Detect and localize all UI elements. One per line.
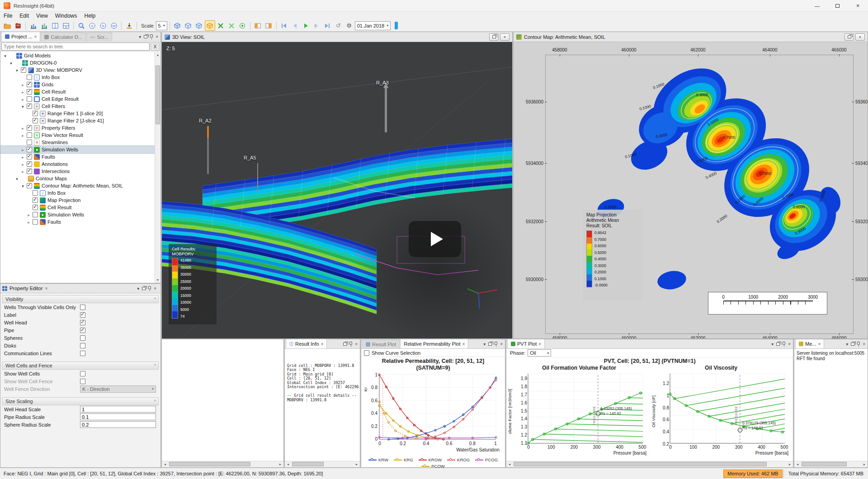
property-checkbox[interactable]: [80, 379, 85, 384]
clear-search-button[interactable]: X: [151, 42, 160, 51]
phase-select[interactable]: Oil▾: [528, 349, 551, 357]
scroll-thumb[interactable]: [292, 462, 324, 466]
horizontal-scrollbar[interactable]: ◄ ►: [162, 461, 283, 467]
property-input[interactable]: [80, 421, 156, 428]
scroll-right-icon[interactable]: ►: [861, 461, 868, 467]
tree-item[interactable]: Info Box: [0, 74, 155, 81]
visibility-checkbox[interactable]: [27, 75, 32, 80]
visibility-checkbox[interactable]: [27, 103, 32, 109]
new-summary-plot-button[interactable]: [39, 20, 49, 31]
new-plot-window-button[interactable]: [28, 20, 38, 31]
fvf-plot[interactable]: Oil Formation Volume Factor 1.91.81.71.6…: [510, 365, 648, 457]
visibility-checkbox[interactable]: [33, 212, 38, 217]
scroll-right-icon[interactable]: ►: [787, 461, 793, 467]
tree-item[interactable]: Faults: [0, 153, 155, 160]
visibility-checkbox[interactable]: [27, 140, 32, 145]
visibility-checkbox[interactable]: [33, 197, 38, 203]
tab-close-icon[interactable]: ×: [538, 342, 541, 347]
perspective-view-button[interactable]: [172, 20, 183, 31]
visibility-checkbox[interactable]: [27, 183, 32, 188]
visibility-checkbox[interactable]: [27, 169, 32, 174]
step-forward-button[interactable]: [311, 20, 322, 31]
expand-arrow-icon[interactable]: [20, 125, 26, 131]
dock-right-button[interactable]: [264, 20, 274, 31]
import-case-button[interactable]: [13, 20, 23, 31]
horizontal-scrollbar[interactable]: ◄ ►: [794, 461, 868, 467]
float-panel-icon[interactable]: [776, 343, 780, 346]
collapse-chevron-icon[interactable]: ^: [154, 363, 156, 368]
well-allocation-button[interactable]: [237, 20, 248, 31]
visibility-checkbox[interactable]: [33, 219, 38, 225]
expand-arrow-icon[interactable]: [2, 53, 8, 58]
property-input[interactable]: [80, 406, 156, 413]
expand-arrow-icon[interactable]: [20, 169, 26, 174]
tree-item[interactable]: Annotations: [0, 160, 155, 168]
contour-map-view[interactable]: 458000460000462000464000466000 458000460…: [514, 42, 868, 338]
visibility-checkbox[interactable]: [33, 205, 38, 210]
tab-project-tree[interactable]: Project ...×: [1, 32, 40, 41]
collapse-chevron-icon[interactable]: ^: [154, 399, 156, 404]
tree-item[interactable]: Contour Maps: [0, 175, 155, 182]
tree-item[interactable]: Faults: [0, 218, 155, 225]
expand-arrow-icon[interactable]: [20, 161, 26, 167]
float-panel-icon[interactable]: [343, 343, 347, 346]
tree-item[interactable]: Cell Filters: [0, 103, 155, 110]
scale-select[interactable]: 5▾: [156, 21, 167, 30]
tree-item[interactable]: Map Projection: [0, 197, 155, 204]
property-select[interactable]: K - Direction▾: [80, 385, 156, 393]
collapse-chevron-icon[interactable]: ^: [154, 297, 156, 301]
panel-menu-icon[interactable]: ▾: [771, 342, 774, 347]
open-project-button[interactable]: [2, 20, 12, 31]
tree-item[interactable]: Property Filters: [0, 124, 155, 131]
animation-settings-button[interactable]: ⚙: [344, 20, 354, 31]
scroll-thumb[interactable]: [169, 462, 250, 466]
scroll-left-icon[interactable]: ◄: [285, 461, 291, 467]
visibility-checkbox[interactable]: [27, 154, 32, 160]
close-panel-icon[interactable]: ×: [863, 342, 865, 347]
tab-result-plot[interactable]: Result Plot: [362, 340, 400, 348]
video-play-button[interactable]: [409, 221, 461, 257]
menu-item[interactable]: Windows: [52, 12, 81, 20]
property-checkbox[interactable]: [80, 312, 85, 318]
expand-arrow-icon[interactable]: [8, 60, 14, 66]
scroll-up-icon[interactable]: ▲: [155, 52, 160, 58]
expand-arrow-icon[interactable]: [20, 103, 26, 109]
tree-item[interactable]: Cell Edge Result: [0, 95, 155, 103]
injection-flooding-button[interactable]: [226, 20, 237, 31]
panel-menu-icon[interactable]: ▾: [846, 342, 848, 347]
menu-item[interactable]: View: [33, 12, 52, 20]
tree-scrollbar[interactable]: ▲ ▼: [155, 52, 160, 283]
section-header[interactable]: Visibility ^: [2, 295, 159, 303]
scroll-thumb[interactable]: [514, 462, 767, 466]
tree-item[interactable]: 3D View: MOBPORV: [0, 66, 155, 74]
tab-close-icon[interactable]: ×: [462, 342, 465, 347]
expand-arrow-icon[interactable]: [26, 219, 32, 225]
scroll-right-icon[interactable]: ►: [354, 461, 360, 467]
fvf-plot-svg[interactable]: [510, 371, 648, 457]
panel-menu-icon[interactable]: ▾: [137, 286, 139, 291]
pin-panel-icon[interactable]: [783, 342, 785, 346]
tree-item[interactable]: Contour Map: Arithmetic Mean, SOIL: [0, 182, 155, 189]
dock-left-button[interactable]: [253, 20, 263, 31]
tree-item[interactable]: Flow Vector Result: [0, 131, 155, 139]
tab-close-icon[interactable]: ×: [321, 342, 324, 347]
property-input[interactable]: [80, 413, 156, 420]
legend-entry[interactable]: KROW: [419, 457, 442, 462]
tree-item[interactable]: Grids: [0, 81, 155, 88]
legend-entry[interactable]: KRG: [394, 457, 413, 462]
expand-arrow-icon[interactable]: [20, 183, 26, 188]
property-checkbox[interactable]: [80, 371, 85, 376]
snapshot-button[interactable]: [124, 20, 134, 31]
horizontal-scrollbar[interactable]: ◄ ►: [506, 461, 793, 467]
tree-item[interactable]: Intersections: [0, 168, 155, 175]
view-west-button[interactable]: W: [108, 20, 119, 31]
visibility-checkbox[interactable]: [33, 118, 38, 123]
pin-panel-icon[interactable]: [349, 342, 352, 346]
close-panel-icon[interactable]: ×: [355, 342, 358, 347]
tile-windows-button[interactable]: [50, 20, 60, 31]
visibility-checkbox[interactable]: [27, 161, 32, 167]
timestep-select[interactable]: 01.Jan 2018▾: [355, 21, 391, 30]
skip-to-end-button[interactable]: [322, 20, 333, 31]
parallel-view-button[interactable]: [194, 20, 204, 31]
expand-arrow-icon[interactable]: [14, 176, 20, 181]
